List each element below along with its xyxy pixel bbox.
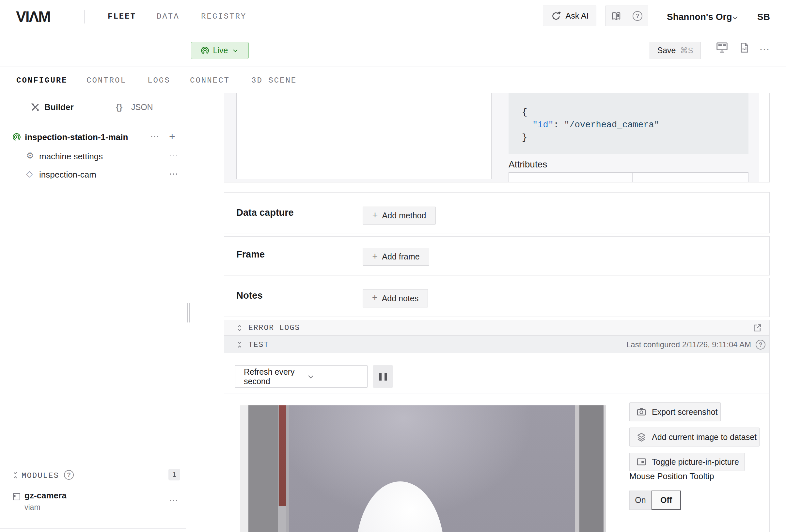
sidebar-resize-handle[interactable] <box>186 303 191 322</box>
modules-help-icon[interactable]: ? <box>64 470 74 480</box>
add-method-button[interactable]: + Add method <box>363 207 436 225</box>
modules-count-badge: 1 <box>168 469 180 481</box>
add-image-to-dataset-button[interactable]: Add current image to dataset <box>629 427 760 446</box>
json-braces-icon[interactable]: {} <box>116 102 122 112</box>
test-help-icon[interactable]: ? <box>756 340 765 350</box>
test-panel-divider <box>224 394 770 394</box>
machine-bar: First Location › inspection-station-1 Li… <box>0 33 786 67</box>
save-label: Save <box>657 46 676 55</box>
mode-toggle-row: Builder {} JSON <box>0 93 186 121</box>
test-bar[interactable]: TEST Last configured 2/11/26, 9:11:04 AM… <box>224 336 770 353</box>
add-component-button[interactable]: + <box>169 131 175 143</box>
component-config-card: { "id": "/overhead_camera" } Attributes <box>224 93 770 182</box>
tree-item-more-menu[interactable]: ⋯ <box>169 150 178 161</box>
save-shortcut: ⌘S <box>680 46 693 55</box>
machine-report-icon[interactable] <box>738 42 750 53</box>
pause-icon <box>379 373 382 380</box>
tree-item-label: inspection-cam <box>39 170 96 180</box>
tree-item-main-part[interactable]: inspection-station-1-main ⋯ + <box>0 130 186 145</box>
module-more-menu[interactable]: ⋯ <box>169 495 178 506</box>
section-title: Data capture <box>236 207 294 218</box>
org-switcher[interactable]: Shannon's Org <box>667 12 732 22</box>
data-capture-section: Data capture + Add method <box>224 192 770 233</box>
nav-data[interactable]: DATA <box>157 12 180 21</box>
ask-ai-sparkle-icon <box>551 10 562 22</box>
section-title: Notes <box>236 290 263 301</box>
add-frame-button[interactable]: + Add frame <box>363 248 429 266</box>
layers-icon <box>636 432 647 442</box>
tree-item-label: machine settings <box>39 152 103 162</box>
save-button[interactable]: Save ⌘S <box>650 42 701 59</box>
error-logs-bar[interactable]: ERROR LOGS <box>224 320 770 336</box>
mode-json[interactable]: JSON <box>131 102 153 112</box>
unfold-more-icon <box>235 324 244 332</box>
status-label: Live <box>213 46 228 55</box>
camera-stream-image <box>240 406 606 532</box>
toggle-pip-button[interactable]: Toggle picture-in-picture <box>629 453 744 471</box>
help-button[interactable]: ? <box>627 6 648 26</box>
export-screenshot-button[interactable]: Export screenshot <box>629 402 721 421</box>
config-sidebar: Builder {} JSON inspection-station-1-mai… <box>0 93 186 532</box>
section-title: Frame <box>236 249 265 260</box>
attributes-heading: Attributes <box>509 159 547 170</box>
tree-item-machine-settings[interactable]: ⚙ machine settings ⋯ <box>0 149 186 164</box>
frame-section: Frame + Add frame <box>224 236 770 275</box>
tooltip-off-button[interactable]: Off <box>651 490 681 510</box>
last-configured-text: Last configured 2/11/26, 9:11:04 AM <box>626 340 751 349</box>
code-line: { <box>522 106 748 119</box>
picture-in-picture-icon <box>636 457 647 467</box>
chevron-down-icon <box>298 372 367 381</box>
viam-logo[interactable]: VIΛM <box>16 8 50 25</box>
content-gutter-line <box>207 93 207 532</box>
config-text-area[interactable] <box>236 93 491 179</box>
book-icon <box>611 10 622 22</box>
top-navbar: VIΛM FLEET DATA REGISTRY Ask AI ? <box>0 0 786 33</box>
chevron-down-icon[interactable] <box>731 13 740 22</box>
docs-button[interactable] <box>605 6 627 26</box>
machine-status-badge[interactable]: Live <box>191 42 249 59</box>
plus-icon: + <box>372 210 378 220</box>
tab-configure[interactable]: CONFIGURE <box>16 76 68 85</box>
component-diamond-icon: ◇ <box>26 169 33 179</box>
test-label: TEST <box>248 341 269 349</box>
module-item-gz-camera[interactable]: gz-camera viam ⋯ <box>0 489 186 520</box>
module-org: viam <box>24 503 41 512</box>
refresh-rate-select[interactable]: Refresh every second <box>235 365 368 388</box>
modules-header: MODULES <box>22 471 59 480</box>
modules-divider <box>0 466 186 466</box>
machine-more-menu[interactable]: ⋯ <box>759 43 770 55</box>
mode-builder[interactable]: Builder <box>44 102 74 112</box>
unfold-less-icon <box>235 341 244 349</box>
nav-fleet[interactable]: FLEET <box>108 12 136 21</box>
nav-registry[interactable]: REGISTRY <box>201 12 247 21</box>
code-line: "id": "/overhead_camera" <box>522 119 748 132</box>
tree-item-more-menu[interactable]: ⋯ <box>169 168 178 179</box>
docs-help-group: ? <box>605 5 648 26</box>
json-preview-block[interactable]: { "id": "/overhead_camera" } <box>509 93 748 154</box>
refresh-rate-value: Refresh every second <box>235 367 298 386</box>
tree-root-more-menu[interactable]: ⋯ <box>150 131 159 142</box>
tab-control[interactable]: CONTROL <box>87 76 126 85</box>
tree-item-inspection-cam[interactable]: ◇ inspection-cam ⋯ <box>0 167 186 183</box>
notes-section: Notes + Add notes <box>224 278 770 317</box>
plus-icon: + <box>372 252 378 261</box>
external-link-icon[interactable] <box>753 323 762 332</box>
add-notes-button[interactable]: + Add notes <box>363 289 428 307</box>
machine-tabs: CONFIGURE CONTROL LOGS CONNECT 3D SCENE <box>0 67 786 93</box>
nav-divider <box>84 10 85 23</box>
module-name: gz-camera <box>24 490 67 501</box>
machine-dashboard-icon[interactable] <box>716 41 729 54</box>
modules-collapse-icon[interactable] <box>11 471 20 480</box>
plus-icon: + <box>372 293 378 303</box>
avatar[interactable]: SB <box>757 12 770 22</box>
tab-connect[interactable]: CONNECT <box>190 76 230 85</box>
tooltip-on-button[interactable]: On <box>629 490 651 510</box>
pause-stream-button[interactable] <box>373 365 393 388</box>
ask-ai-button[interactable]: Ask AI <box>543 5 596 26</box>
tab-logs[interactable]: LOGS <box>147 76 170 85</box>
card-scrollbar-gutter[interactable] <box>759 93 770 182</box>
ask-ai-label: Ask AI <box>566 11 589 21</box>
tab-3d-scene[interactable]: 3D SCENE <box>251 76 297 85</box>
test-panel: Refresh every second Export screenshot <box>224 353 770 532</box>
modules-bottom-divider <box>0 528 186 529</box>
